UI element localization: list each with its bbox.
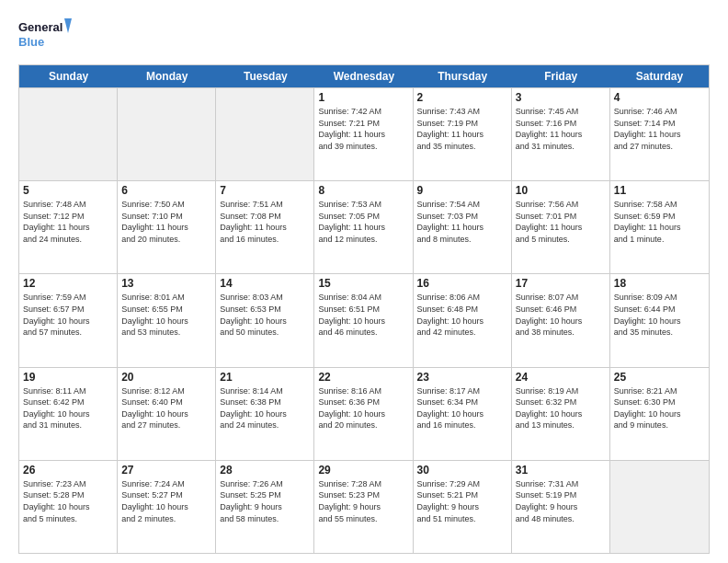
day-number: 11 bbox=[614, 184, 705, 197]
day-number: 16 bbox=[417, 277, 507, 290]
calendar-cell: 21Sunrise: 8:14 AM Sunset: 6:38 PM Dayli… bbox=[216, 368, 314, 460]
calendar-cell: 30Sunrise: 7:29 AM Sunset: 5:21 PM Dayli… bbox=[414, 461, 512, 553]
cell-info: Sunrise: 8:16 AM Sunset: 6:36 PM Dayligh… bbox=[318, 385, 408, 431]
calendar-cell: 24Sunrise: 8:19 AM Sunset: 6:32 PM Dayli… bbox=[512, 368, 610, 460]
calendar-row-5: 26Sunrise: 7:23 AM Sunset: 5:28 PM Dayli… bbox=[19, 460, 709, 553]
calendar-cell: 19Sunrise: 8:11 AM Sunset: 6:42 PM Dayli… bbox=[19, 368, 118, 460]
day-number: 17 bbox=[516, 277, 606, 290]
calendar-row-3: 12Sunrise: 7:59 AM Sunset: 6:57 PM Dayli… bbox=[19, 273, 709, 366]
day-header-saturday: Saturday bbox=[610, 65, 709, 87]
calendar-cell: 23Sunrise: 8:17 AM Sunset: 6:34 PM Dayli… bbox=[414, 368, 512, 460]
cell-info: Sunrise: 7:26 AM Sunset: 5:25 PM Dayligh… bbox=[220, 478, 310, 524]
day-number: 31 bbox=[516, 464, 606, 477]
cell-info: Sunrise: 7:24 AM Sunset: 5:27 PM Dayligh… bbox=[121, 478, 211, 524]
cell-info: Sunrise: 7:50 AM Sunset: 7:10 PM Dayligh… bbox=[121, 199, 211, 245]
day-header-sunday: Sunday bbox=[19, 65, 118, 87]
day-number: 22 bbox=[318, 371, 408, 384]
cell-info: Sunrise: 7:48 AM Sunset: 7:12 PM Dayligh… bbox=[23, 199, 113, 245]
cell-info: Sunrise: 7:46 AM Sunset: 7:14 PM Dayligh… bbox=[614, 106, 705, 152]
day-number: 2 bbox=[417, 91, 507, 104]
day-header-wednesday: Wednesday bbox=[314, 65, 413, 87]
calendar-cell: 14Sunrise: 8:03 AM Sunset: 6:53 PM Dayli… bbox=[216, 274, 314, 366]
cell-info: Sunrise: 7:58 AM Sunset: 6:59 PM Dayligh… bbox=[614, 199, 705, 245]
cell-info: Sunrise: 7:53 AM Sunset: 7:05 PM Dayligh… bbox=[318, 199, 408, 245]
day-number: 3 bbox=[516, 91, 606, 104]
day-number: 4 bbox=[614, 91, 705, 104]
calendar-cell: 9Sunrise: 7:54 AM Sunset: 7:03 PM Daylig… bbox=[414, 181, 512, 273]
cell-info: Sunrise: 7:51 AM Sunset: 7:08 PM Dayligh… bbox=[220, 199, 310, 245]
calendar-cell: 18Sunrise: 8:09 AM Sunset: 6:44 PM Dayli… bbox=[610, 274, 709, 366]
day-number: 12 bbox=[23, 277, 113, 290]
calendar-cell: 17Sunrise: 8:07 AM Sunset: 6:46 PM Dayli… bbox=[512, 274, 610, 366]
calendar-cell: 4Sunrise: 7:46 AM Sunset: 7:14 PM Daylig… bbox=[610, 88, 709, 180]
day-number: 15 bbox=[318, 277, 408, 290]
day-number: 28 bbox=[220, 464, 310, 477]
day-number: 25 bbox=[614, 371, 705, 384]
day-number: 30 bbox=[417, 464, 507, 477]
day-number: 8 bbox=[318, 184, 408, 197]
cell-info: Sunrise: 7:43 AM Sunset: 7:19 PM Dayligh… bbox=[417, 106, 507, 152]
cell-info: Sunrise: 8:03 AM Sunset: 6:53 PM Dayligh… bbox=[220, 292, 310, 338]
cell-info: Sunrise: 8:11 AM Sunset: 6:42 PM Dayligh… bbox=[23, 385, 113, 431]
logo-svg: General Blue bbox=[18, 15, 74, 55]
calendar-cell: 11Sunrise: 7:58 AM Sunset: 6:59 PM Dayli… bbox=[610, 181, 709, 273]
day-header-monday: Monday bbox=[118, 65, 216, 87]
cell-info: Sunrise: 7:23 AM Sunset: 5:28 PM Dayligh… bbox=[23, 478, 113, 524]
calendar-cell: 22Sunrise: 8:16 AM Sunset: 6:36 PM Dayli… bbox=[314, 368, 413, 460]
cell-info: Sunrise: 7:28 AM Sunset: 5:23 PM Dayligh… bbox=[318, 478, 408, 524]
day-number: 6 bbox=[121, 184, 211, 197]
day-number: 27 bbox=[121, 464, 211, 477]
day-number: 14 bbox=[220, 277, 310, 290]
day-number: 21 bbox=[220, 371, 310, 384]
page: General Blue SundayMondayTuesdayWednesda… bbox=[0, 0, 728, 563]
calendar-cell: 29Sunrise: 7:28 AM Sunset: 5:23 PM Dayli… bbox=[314, 461, 413, 553]
svg-text:Blue: Blue bbox=[18, 35, 44, 49]
svg-marker-2 bbox=[64, 18, 72, 33]
day-header-friday: Friday bbox=[512, 65, 610, 87]
cell-info: Sunrise: 8:01 AM Sunset: 6:55 PM Dayligh… bbox=[121, 292, 211, 338]
day-number: 9 bbox=[417, 184, 507, 197]
header: General Blue bbox=[18, 15, 710, 55]
cell-info: Sunrise: 8:17 AM Sunset: 6:34 PM Dayligh… bbox=[417, 385, 507, 431]
calendar-cell: 8Sunrise: 7:53 AM Sunset: 7:05 PM Daylig… bbox=[314, 181, 413, 273]
calendar-body: 1Sunrise: 7:42 AM Sunset: 7:21 PM Daylig… bbox=[19, 87, 709, 553]
cell-info: Sunrise: 7:59 AM Sunset: 6:57 PM Dayligh… bbox=[23, 292, 113, 338]
calendar-cell bbox=[610, 461, 709, 553]
calendar-cell: 3Sunrise: 7:45 AM Sunset: 7:16 PM Daylig… bbox=[512, 88, 610, 180]
calendar-cell: 2Sunrise: 7:43 AM Sunset: 7:19 PM Daylig… bbox=[414, 88, 512, 180]
calendar-cell: 13Sunrise: 8:01 AM Sunset: 6:55 PM Dayli… bbox=[118, 274, 216, 366]
cell-info: Sunrise: 7:45 AM Sunset: 7:16 PM Dayligh… bbox=[516, 106, 606, 152]
calendar-cell: 15Sunrise: 8:04 AM Sunset: 6:51 PM Dayli… bbox=[314, 274, 413, 366]
calendar-cell: 5Sunrise: 7:48 AM Sunset: 7:12 PM Daylig… bbox=[19, 181, 118, 273]
cell-info: Sunrise: 7:29 AM Sunset: 5:21 PM Dayligh… bbox=[417, 478, 507, 524]
day-number: 1 bbox=[318, 91, 408, 104]
calendar-cell: 6Sunrise: 7:50 AM Sunset: 7:10 PM Daylig… bbox=[118, 181, 216, 273]
calendar-cell: 12Sunrise: 7:59 AM Sunset: 6:57 PM Dayli… bbox=[19, 274, 118, 366]
calendar-cell: 7Sunrise: 7:51 AM Sunset: 7:08 PM Daylig… bbox=[216, 181, 314, 273]
day-number: 18 bbox=[614, 277, 705, 290]
cell-info: Sunrise: 7:42 AM Sunset: 7:21 PM Dayligh… bbox=[318, 106, 408, 152]
calendar-cell: 28Sunrise: 7:26 AM Sunset: 5:25 PM Dayli… bbox=[216, 461, 314, 553]
calendar-cell: 10Sunrise: 7:56 AM Sunset: 7:01 PM Dayli… bbox=[512, 181, 610, 273]
calendar-cell: 31Sunrise: 7:31 AM Sunset: 5:19 PM Dayli… bbox=[512, 461, 610, 553]
day-number: 23 bbox=[417, 371, 507, 384]
logo: General Blue bbox=[18, 15, 74, 55]
cell-info: Sunrise: 8:06 AM Sunset: 6:48 PM Dayligh… bbox=[417, 292, 507, 338]
calendar-cell bbox=[118, 88, 216, 180]
day-number: 26 bbox=[23, 464, 113, 477]
svg-text:General: General bbox=[18, 20, 63, 34]
calendar-cell: 20Sunrise: 8:12 AM Sunset: 6:40 PM Dayli… bbox=[118, 368, 216, 460]
calendar-cell: 26Sunrise: 7:23 AM Sunset: 5:28 PM Dayli… bbox=[19, 461, 118, 553]
day-header-tuesday: Tuesday bbox=[216, 65, 314, 87]
day-header-thursday: Thursday bbox=[414, 65, 512, 87]
day-number: 13 bbox=[121, 277, 211, 290]
day-number: 10 bbox=[516, 184, 606, 197]
day-number: 5 bbox=[23, 184, 113, 197]
day-number: 19 bbox=[23, 371, 113, 384]
calendar-cell: 27Sunrise: 7:24 AM Sunset: 5:27 PM Dayli… bbox=[118, 461, 216, 553]
cell-info: Sunrise: 7:31 AM Sunset: 5:19 PM Dayligh… bbox=[516, 478, 606, 524]
calendar: SundayMondayTuesdayWednesdayThursdayFrid… bbox=[18, 64, 710, 554]
day-number: 7 bbox=[220, 184, 310, 197]
calendar-cell bbox=[216, 88, 314, 180]
cell-info: Sunrise: 7:56 AM Sunset: 7:01 PM Dayligh… bbox=[516, 199, 606, 245]
